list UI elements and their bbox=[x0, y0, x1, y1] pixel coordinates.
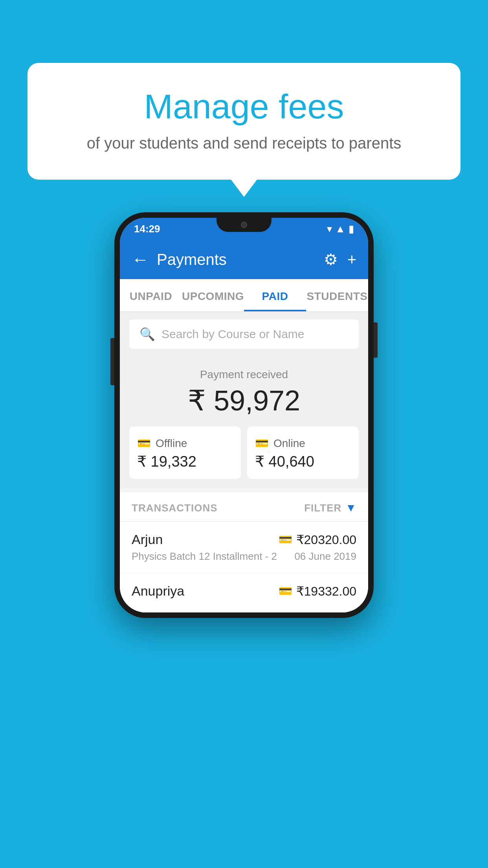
app-bar-actions: ⚙ + bbox=[324, 250, 356, 268]
status-icons: ▾ ▲ ▮ bbox=[327, 223, 354, 235]
status-time: 14:29 bbox=[134, 223, 160, 235]
online-icon: 💳 bbox=[255, 437, 269, 450]
offline-icon: 💳 bbox=[137, 437, 151, 450]
signal-icon: ▲ bbox=[335, 223, 345, 235]
transaction-bottom-arjun: Physics Batch 12 Installment - 2 06 June… bbox=[132, 550, 356, 563]
transaction-course-arjun: Physics Batch 12 Installment - 2 bbox=[132, 550, 277, 563]
payment-cards: 💳 Offline ₹ 19,332 💳 Online ₹ 40,640 bbox=[129, 427, 359, 479]
tab-upcoming[interactable]: UPCOMING bbox=[182, 279, 244, 311]
payment-type-icon-arjun: 💳 bbox=[279, 533, 292, 546]
add-icon[interactable]: + bbox=[347, 251, 356, 268]
offline-card: 💳 Offline ₹ 19,332 bbox=[129, 427, 241, 479]
transaction-top-arjun: Arjun 💳 ₹20320.00 bbox=[132, 532, 356, 547]
tabs-container: UNPAID UPCOMING PAID STUDENTS bbox=[120, 279, 368, 312]
transaction-date-arjun: 06 June 2019 bbox=[294, 550, 356, 563]
online-card-header: 💳 Online bbox=[255, 437, 351, 450]
transaction-amount-anupriya: ₹19332.00 bbox=[296, 584, 356, 599]
payment-type-icon-anupriya: 💳 bbox=[279, 585, 292, 598]
amount-container-anupriya: 💳 ₹19332.00 bbox=[279, 584, 356, 599]
back-button[interactable]: ← bbox=[132, 250, 149, 269]
payment-total-amount: ₹ 59,972 bbox=[129, 384, 359, 417]
speech-bubble: Manage fees of your students and send re… bbox=[28, 63, 460, 180]
phone-notch bbox=[216, 218, 272, 232]
transaction-name-arjun: Arjun bbox=[132, 532, 163, 547]
filter-label: FILTER bbox=[304, 502, 341, 514]
tab-unpaid[interactable]: UNPAID bbox=[120, 279, 182, 311]
app-bar: ← Payments ⚙ + bbox=[120, 240, 368, 279]
filter-container[interactable]: FILTER ▼ bbox=[304, 502, 356, 514]
transaction-name-anupriya: Anupriya bbox=[132, 583, 184, 599]
settings-icon[interactable]: ⚙ bbox=[324, 250, 338, 268]
offline-label: Offline bbox=[156, 437, 187, 450]
transactions-header: TRANSACTIONS FILTER ▼ bbox=[120, 492, 368, 522]
transactions-label: TRANSACTIONS bbox=[132, 502, 218, 514]
table-row[interactable]: Anupriya 💳 ₹19332.00 bbox=[120, 573, 368, 612]
amount-container-arjun: 💳 ₹20320.00 bbox=[279, 532, 356, 547]
tab-paid[interactable]: PAID bbox=[244, 279, 306, 311]
app-bar-title: Payments bbox=[157, 251, 324, 268]
payment-section: Payment received ₹ 59,972 💳 Offline ₹ 19… bbox=[120, 357, 368, 488]
offline-card-header: 💳 Offline bbox=[137, 437, 233, 450]
battery-icon: ▮ bbox=[349, 223, 354, 235]
phone-frame: 14:29 ▾ ▲ ▮ ← Payments ⚙ + UNPAID bbox=[114, 212, 374, 618]
speech-bubble-title: Manage fees bbox=[59, 86, 429, 127]
payment-received-label: Payment received bbox=[129, 368, 359, 381]
online-label: Online bbox=[273, 437, 305, 450]
search-container: 🔍 Search by Course or Name bbox=[120, 312, 368, 357]
wifi-icon: ▾ bbox=[327, 223, 332, 235]
phone-mockup: 14:29 ▾ ▲ ▮ ← Payments ⚙ + UNPAID bbox=[114, 212, 374, 618]
table-row[interactable]: Arjun 💳 ₹20320.00 Physics Batch 12 Insta… bbox=[120, 522, 368, 573]
online-card: 💳 Online ₹ 40,640 bbox=[247, 427, 359, 479]
offline-amount: ₹ 19,332 bbox=[137, 453, 233, 470]
speech-bubble-subtitle: of your students and send receipts to pa… bbox=[59, 134, 429, 152]
online-amount: ₹ 40,640 bbox=[255, 453, 351, 470]
search-icon: 🔍 bbox=[139, 327, 155, 342]
search-bar[interactable]: 🔍 Search by Course or Name bbox=[129, 320, 359, 349]
speech-bubble-container: Manage fees of your students and send re… bbox=[28, 63, 460, 180]
camera-dot bbox=[241, 222, 247, 228]
search-input[interactable]: Search by Course or Name bbox=[161, 327, 305, 341]
tab-students[interactable]: STUDENTS bbox=[306, 279, 368, 311]
filter-icon: ▼ bbox=[345, 502, 356, 514]
transaction-top-anupriya: Anupriya 💳 ₹19332.00 bbox=[132, 583, 356, 599]
transaction-amount-arjun: ₹20320.00 bbox=[296, 532, 356, 547]
phone-screen: 14:29 ▾ ▲ ▮ ← Payments ⚙ + UNPAID bbox=[120, 218, 368, 612]
